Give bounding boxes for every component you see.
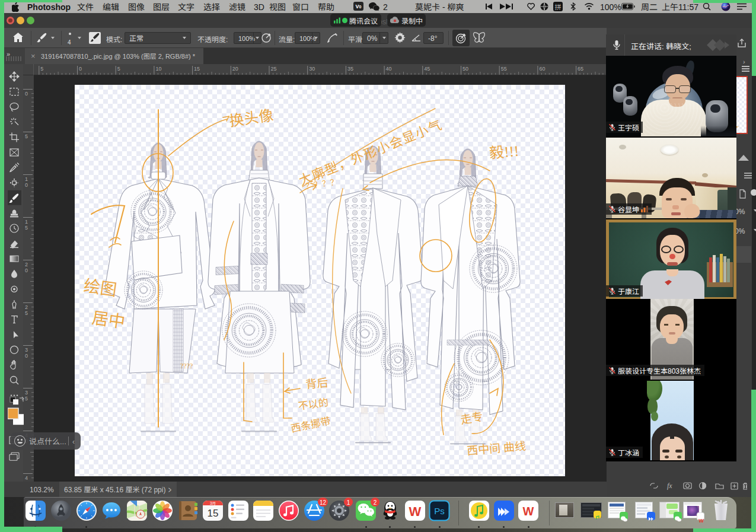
- svg-text:15: 15: [208, 508, 219, 519]
- svg-text:西条挪带: 西条挪带: [289, 412, 332, 435]
- svg-text:5: 5: [40, 66, 43, 72]
- svg-text:0: 0: [25, 182, 28, 188]
- svg-text:3: 3: [25, 390, 28, 396]
- svg-text:65: 65: [578, 66, 583, 72]
- svg-text:3: 3: [25, 347, 28, 353]
- svg-text:1: 1: [25, 176, 28, 182]
- svg-text:15: 15: [194, 66, 200, 72]
- svg-text:55: 55: [501, 66, 507, 72]
- svg-text:5: 5: [25, 225, 28, 231]
- svg-text:40: 40: [386, 66, 392, 72]
- svg-text:5: 5: [25, 310, 28, 316]
- svg-text:10: 10: [155, 66, 161, 72]
- svg-text:2: 2: [25, 262, 28, 267]
- svg-text:走专: 走专: [459, 407, 484, 427]
- svg-text:2: 2: [25, 304, 28, 310]
- svg-text:换头像: 换头像: [228, 103, 275, 130]
- svg-text:45: 45: [424, 66, 430, 72]
- svg-text:4: 4: [25, 475, 28, 481]
- svg-text:Ps: Ps: [434, 506, 445, 516]
- svg-text:毅!!!: 毅!!!: [488, 139, 519, 163]
- svg-text:背后: 背后: [305, 374, 328, 391]
- svg-text:0: 0: [79, 66, 82, 72]
- svg-text:5: 5: [25, 396, 28, 402]
- svg-text:W: W: [409, 504, 422, 519]
- svg-text:35: 35: [347, 66, 353, 72]
- svg-text:0: 0: [25, 353, 28, 359]
- svg-text:W: W: [523, 505, 534, 518]
- svg-text:W: W: [698, 518, 704, 524]
- svg-text:居中: 居中: [91, 304, 127, 332]
- svg-text:30: 30: [309, 66, 315, 72]
- svg-text:????: ????: [180, 360, 193, 370]
- svg-text:fx: fx: [667, 482, 672, 490]
- svg-text:1: 1: [25, 219, 28, 225]
- svg-text:5: 5: [25, 133, 28, 139]
- svg-text:5: 5: [117, 66, 120, 72]
- svg-text:0: 0: [25, 91, 28, 97]
- svg-text:3月: 3月: [210, 500, 216, 506]
- svg-text:20: 20: [232, 66, 238, 72]
- svg-text:0: 0: [25, 267, 28, 273]
- svg-text:50: 50: [462, 66, 468, 72]
- svg-text:60: 60: [539, 66, 545, 72]
- svg-text:不以的: 不以的: [297, 394, 329, 413]
- svg-text:绘图: 绘图: [82, 272, 119, 300]
- svg-text:25: 25: [271, 66, 277, 72]
